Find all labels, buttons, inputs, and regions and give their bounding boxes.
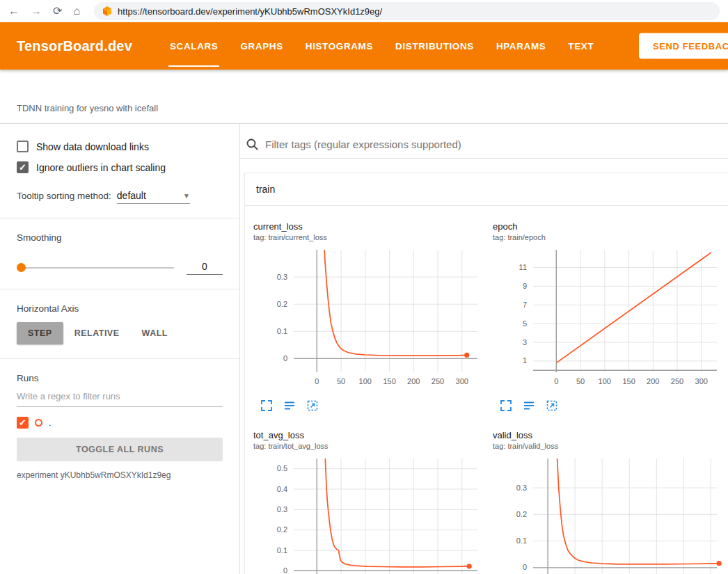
svg-text:1: 1: [523, 356, 527, 365]
fullscreen-icon[interactable]: [500, 399, 512, 415]
chart-title: current_loss: [253, 221, 484, 232]
run-checkbox-checked-icon[interactable]: [17, 417, 29, 429]
tooltip-sorting-label: Tooltip sorting method:: [17, 191, 111, 201]
y-axis-scale-icon[interactable]: [523, 399, 535, 415]
experiment-id-note: experiment yKUbhb5wRmOSXYkId1z9eg: [17, 470, 223, 480]
checkbox-unchecked-icon[interactable]: [17, 141, 29, 152]
svg-text:250: 250: [432, 377, 444, 385]
ignore-outliers-checkbox-row[interactable]: Ignore outliers in chart scaling: [17, 161, 223, 173]
svg-text:250: 250: [671, 377, 683, 385]
site-favicon: [102, 6, 112, 16]
svg-text:11: 11: [519, 263, 527, 271]
tab-hparams[interactable]: HPARAMS: [485, 22, 557, 70]
main-content: train current_loss tag: train/current_lo…: [240, 124, 728, 574]
tab-distributions[interactable]: DISTRIBUTIONS: [384, 22, 485, 70]
chart-title: epoch: [493, 221, 724, 232]
chart-toolbar: [500, 399, 724, 415]
chart-tag: tag: train/epoch: [493, 233, 724, 241]
svg-text:300: 300: [456, 377, 468, 385]
svg-text:0.3: 0.3: [277, 505, 287, 513]
line-chart-tot-avg-loss[interactable]: 00.10.20.30.40.5050100150200250300: [251, 453, 484, 574]
tag-filter-input[interactable]: [265, 138, 728, 150]
checkbox-checked-icon[interactable]: [17, 161, 29, 173]
line-chart-current-loss[interactable]: 00.10.20.3050100150200250300: [251, 244, 484, 396]
tensorboard-logo[interactable]: TensorBoard.dev: [17, 38, 132, 54]
show-download-links-checkbox-row[interactable]: Show data download links: [17, 141, 223, 152]
svg-text:9: 9: [523, 282, 527, 290]
svg-text:300: 300: [695, 377, 708, 385]
svg-text:100: 100: [599, 377, 611, 385]
slider-thumb[interactable]: [17, 263, 26, 272]
svg-text:0.3: 0.3: [277, 273, 287, 281]
browser-toolbar: ← → ⟳ ⌂: [0, 0, 728, 22]
svg-text:100: 100: [359, 377, 372, 385]
divider: [0, 358, 239, 359]
svg-text:50: 50: [576, 377, 585, 385]
svg-text:0.1: 0.1: [516, 536, 527, 545]
axis-step-button[interactable]: STEP: [17, 322, 63, 344]
axis-relative-button[interactable]: RELATIVE: [63, 322, 131, 344]
selected-value: default: [117, 190, 146, 201]
home-icon[interactable]: ⌂: [73, 6, 80, 17]
tag-filter-row: [240, 124, 728, 159]
runs-filter-input[interactable]: [17, 385, 223, 407]
settings-sidebar: Show data download links Ignore outliers…: [0, 124, 240, 574]
refresh-icon[interactable]: ⟳: [53, 6, 62, 17]
runs-label: Runs: [17, 373, 223, 383]
fit-domain-icon[interactable]: [306, 399, 319, 415]
experiment-title: TDNN training for yesno with icefall: [17, 103, 158, 113]
svg-text:0.2: 0.2: [277, 300, 287, 308]
svg-text:0.1: 0.1: [277, 327, 287, 335]
chart-tag: tag: train/valid_loss: [493, 442, 724, 450]
svg-text:0: 0: [283, 566, 287, 574]
chart-card-valid-loss: valid_loss tag: train/valid_loss 00.10.2…: [490, 430, 724, 574]
fullscreen-icon[interactable]: [260, 399, 273, 415]
send-feedback-button[interactable]: SEND FEEDBACK: [639, 33, 728, 59]
svg-text:0.1: 0.1: [277, 546, 287, 555]
svg-text:0.3: 0.3: [516, 484, 527, 492]
chart-card-current-loss: current_loss tag: train/current_loss 00.…: [251, 221, 484, 415]
axis-wall-button[interactable]: WALL: [131, 322, 179, 344]
y-axis-scale-icon[interactable]: [283, 399, 296, 415]
chart-tag: tag: train/current_loss: [253, 233, 484, 241]
smoothing-value-input[interactable]: 0: [187, 261, 223, 275]
train-section-card: train current_loss tag: train/current_lo…: [244, 173, 728, 574]
checkbox-label: Ignore outliers in chart scaling: [36, 162, 166, 173]
address-bar[interactable]: [94, 2, 720, 20]
url-input[interactable]: [118, 6, 711, 17]
smoothing-slider[interactable]: [17, 267, 174, 269]
fit-domain-icon[interactable]: [546, 399, 558, 415]
charts-grid: current_loss tag: train/current_loss 00.…: [245, 206, 728, 574]
chevron-down-icon: ▼: [183, 192, 190, 200]
svg-text:50: 50: [337, 377, 345, 385]
tooltip-sorting-select[interactable]: default ▼: [117, 190, 190, 204]
nav-tabs: SCALARS GRAPHS HISTOGRAMS DISTRIBUTIONS …: [159, 22, 605, 70]
tab-graphs[interactable]: GRAPHS: [229, 22, 294, 70]
chart-toolbar: [260, 399, 484, 415]
checkbox-label: Show data download links: [36, 141, 149, 152]
svg-text:0.5: 0.5: [277, 464, 287, 472]
tab-text[interactable]: TEXT: [557, 22, 605, 70]
divider: [0, 289, 239, 289]
smoothing-slider-row: 0: [17, 261, 223, 275]
back-icon[interactable]: ←: [8, 6, 19, 17]
svg-text:7: 7: [523, 301, 527, 309]
tab-scalars[interactable]: SCALARS: [159, 22, 229, 70]
svg-text:0: 0: [523, 563, 527, 571]
train-section-header[interactable]: train: [245, 173, 728, 206]
app-header: TensorBoard.dev SCALARS GRAPHS HISTOGRAM…: [0, 22, 728, 70]
run-list-item[interactable]: .: [17, 417, 223, 429]
tab-histograms[interactable]: HISTOGRAMS: [294, 22, 384, 70]
line-chart-valid-loss[interactable]: 00.10.20.350100150200250300: [490, 453, 724, 574]
toggle-all-runs-button[interactable]: TOGGLE ALL RUNS: [17, 438, 223, 461]
chart-card-epoch: epoch tag: train/epoch 13579110501001502…: [490, 221, 724, 415]
line-chart-epoch[interactable]: 1357911050100150200250300: [490, 244, 724, 396]
divider: [0, 218, 239, 218]
svg-text:0: 0: [315, 377, 319, 385]
browser-window: ← → ⟳ ⌂ TensorBoard.dev SCALARS GRAPHS H…: [0, 0, 728, 574]
chart-title: valid_loss: [493, 430, 724, 440]
search-icon: [246, 138, 259, 151]
run-name: .: [49, 417, 52, 428]
horizontal-axis-buttons: STEP RELATIVE WALL: [17, 322, 223, 344]
forward-icon[interactable]: →: [31, 6, 42, 17]
